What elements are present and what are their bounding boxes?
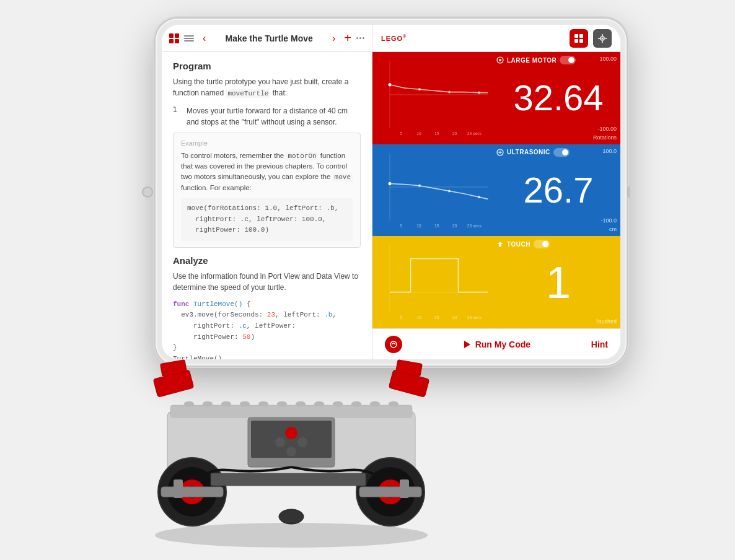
svg-point-5 [602, 37, 604, 39]
svg-text:20: 20 [452, 223, 457, 228]
svg-point-52 [258, 401, 268, 406]
svg-point-55 [314, 401, 324, 406]
svg-point-12 [389, 83, 392, 86]
list-view-icon[interactable] [184, 33, 194, 43]
svg-text:20: 20 [452, 131, 457, 136]
svg-text:10: 10 [416, 131, 421, 136]
add-button[interactable]: + [344, 31, 351, 45]
svg-point-54 [296, 401, 306, 406]
example-description: To control motors, remember the motorOn … [181, 151, 353, 194]
svg-rect-78 [161, 487, 223, 497]
svg-point-84 [155, 523, 428, 548]
svg-rect-82 [174, 479, 183, 498]
grid-view-icon[interactable] [169, 33, 179, 43]
program-heading: Program [173, 61, 361, 71]
robot-svg [74, 312, 508, 560]
svg-point-48 [184, 401, 194, 406]
svg-text:23 secs: 23 secs [467, 131, 482, 136]
large-motor-panel: 5 10 15 20 23 secs [372, 52, 620, 144]
svg-point-49 [203, 401, 213, 406]
moveTurtle-code: moveTurtle [226, 89, 270, 98]
large-motor-label: LARGE MOTOR [507, 57, 557, 64]
analyze-description: Use the information found in Port View a… [173, 271, 361, 293]
ultrasonic-min: -100.0 [601, 217, 617, 224]
svg-point-14 [448, 90, 451, 93]
robot-image [74, 312, 508, 560]
svg-marker-44 [498, 242, 503, 247]
svg-point-57 [351, 401, 361, 406]
large-motor-chart: 5 10 15 20 23 secs [372, 52, 496, 144]
large-motor-min: -100.00 [597, 126, 617, 132]
motorOn-code: motorOn [286, 152, 318, 160]
touch-label: TOUCH [507, 241, 530, 248]
svg-point-65 [286, 447, 296, 457]
motor-icon [496, 56, 504, 64]
large-motor-value: 32.64 [513, 80, 603, 116]
svg-rect-0 [574, 34, 578, 38]
grid-button[interactable] [570, 29, 588, 48]
toolbar: ‹ Make the Turtle Move › + [162, 25, 372, 52]
ultrasonic-toggle[interactable] [553, 148, 570, 157]
svg-point-63 [275, 437, 285, 447]
svg-text:15: 15 [434, 223, 439, 228]
large-motor-max: 100.00 [599, 56, 617, 62]
svg-text:5: 5 [400, 131, 402, 136]
example-box: Example To control motors, remember the … [173, 133, 361, 248]
touch-value: 1 [546, 260, 571, 305]
touch-icon [496, 240, 504, 248]
lego-logo: LEGO® [381, 34, 407, 42]
prev-arrow-icon[interactable]: ‹ [200, 32, 208, 45]
svg-rect-83 [400, 479, 409, 498]
analyze-heading: Analyze [173, 255, 361, 266]
ipad-home-button[interactable] [142, 186, 153, 198]
svg-point-26 [418, 184, 421, 186]
next-arrow-icon[interactable]: › [330, 32, 338, 45]
example-code-block: move(forRotations: 1.0, leftPort: .b, ri… [181, 198, 353, 241]
left-panel: ‹ Make the Turtle Move › + Program Using… [162, 25, 372, 359]
lego-header: LEGO® [372, 25, 620, 52]
svg-point-13 [418, 88, 421, 90]
hint-button[interactable]: Hint [591, 339, 608, 349]
ultrasonic-max: 100.0 [602, 148, 617, 154]
ultrasonic-icon [496, 149, 504, 156]
svg-rect-3 [579, 39, 583, 43]
svg-text:10: 10 [416, 223, 421, 228]
touch-toggle[interactable] [534, 240, 550, 248]
svg-point-58 [370, 401, 380, 406]
ipad-right-button[interactable] [627, 186, 630, 198]
sensors-container: 5 10 15 20 23 secs [372, 52, 620, 328]
svg-rect-80 [211, 473, 366, 486]
svg-point-15 [478, 92, 480, 94]
svg-text:15: 15 [434, 131, 439, 136]
svg-point-81 [279, 509, 304, 524]
svg-text:5: 5 [400, 223, 402, 228]
svg-rect-2 [574, 39, 578, 43]
ultrasonic-chart: 5 10 15 20 23 secs [372, 144, 496, 237]
svg-point-50 [221, 401, 231, 406]
svg-point-56 [333, 401, 343, 406]
touch-value-area: 1 [496, 236, 620, 328]
svg-point-28 [478, 196, 480, 198]
svg-rect-1 [579, 34, 583, 38]
ultrasonic-panel: 5 10 15 20 23 secs [372, 144, 620, 237]
svg-point-62 [285, 427, 297, 439]
svg-point-25 [389, 182, 392, 185]
ultrasonic-value: 26.7 [524, 172, 594, 208]
svg-point-27 [448, 190, 451, 192]
step-number: 1 [173, 105, 182, 128]
ultrasonic-label: ULTRASONIC [507, 149, 550, 155]
program-description: Using the turtle prototype you have just… [173, 76, 361, 99]
step-text: Moves your turtle forward for a distance… [187, 105, 361, 128]
svg-point-59 [389, 401, 398, 406]
more-options-button[interactable] [356, 37, 364, 39]
example-label: Example [181, 139, 353, 147]
svg-rect-47 [170, 405, 412, 418]
large-motor-toggle[interactable] [560, 56, 576, 64]
settings-button[interactable] [593, 29, 612, 48]
right-panel: LEGO® [372, 25, 620, 359]
svg-point-64 [297, 437, 307, 447]
svg-point-51 [240, 401, 250, 406]
svg-text:23 secs: 23 secs [467, 223, 482, 228]
ipad-screen: ‹ Make the Turtle Move › + Program Using… [162, 25, 620, 359]
svg-rect-79 [359, 487, 421, 497]
